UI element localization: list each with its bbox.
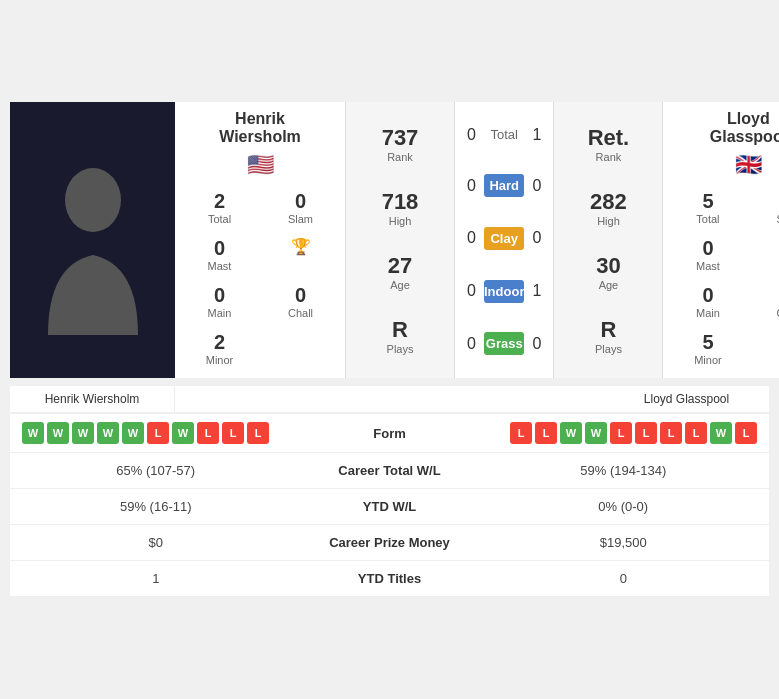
main-container: Henrik Wiersholm 🇺🇸 2 Total 0 Slam 0 Mas…	[0, 92, 779, 607]
stats-row-left-0: 65% (107-57)	[22, 463, 290, 478]
stats-row-left-3: 1	[22, 571, 290, 586]
stats-rows-container: 65% (107-57) Career Total W/L 59% (194-1…	[10, 453, 769, 597]
right-player-name-bottom: Lloyd Glasspool	[604, 386, 769, 412]
left-stat-slam: 0 Slam	[264, 186, 337, 229]
form-badge-left: W	[22, 422, 44, 444]
stats-row: 1 YTD Titles 0	[10, 561, 769, 597]
form-label: Form	[320, 426, 460, 441]
form-left: WWWWWLWLLL	[22, 422, 320, 444]
right-plays-item: R Plays	[595, 317, 622, 355]
form-badge-right: L	[660, 422, 682, 444]
form-badge-left: L	[222, 422, 244, 444]
stats-row-center-0: Career Total W/L	[290, 463, 490, 478]
stats-row-right-3: 0	[490, 571, 758, 586]
left-player-name-header: Henrik Wiersholm	[183, 110, 337, 146]
right-high-item: 282 High	[590, 189, 627, 227]
indoor-row: 0 Indoor 1	[459, 280, 549, 303]
left-high-item: 718 High	[382, 189, 419, 227]
indoor-surface-btn: Indoor	[484, 280, 524, 303]
form-badge-left: W	[122, 422, 144, 444]
stats-row: 65% (107-57) Career Total W/L 59% (194-1…	[10, 453, 769, 489]
stats-row: 59% (16-11) YTD W/L 0% (0-0)	[10, 489, 769, 525]
left-trophy-icon: 🏆	[264, 233, 337, 276]
right-flag-row: 🇬🇧	[671, 152, 779, 178]
right-rank-item: Ret. Rank	[588, 125, 630, 163]
right-player-name-header: Lloyd Glasspool	[671, 110, 779, 146]
left-player-name-bottom: Henrik Wiersholm	[10, 386, 175, 412]
form-badge-left: L	[197, 422, 219, 444]
form-right: LLWWLLLLWL	[460, 422, 758, 444]
form-badge-left: L	[247, 422, 269, 444]
stats-row-center-2: Career Prize Money	[290, 535, 490, 550]
left-rank-item: 737 Rank	[382, 125, 419, 163]
form-badge-left: W	[172, 422, 194, 444]
form-badge-left: L	[147, 422, 169, 444]
left-rank-stats: 737 Rank 718 High 27 Age R Plays	[345, 102, 455, 378]
grass-row: 0 Grass 0	[459, 332, 549, 355]
right-trophy-icon: 🏆	[752, 233, 779, 276]
left-stat-chall: 0 Chall	[264, 280, 337, 323]
right-stat-total: 5 Total	[671, 186, 744, 229]
player-names-row: Henrik Wiersholm Lloyd Glasspool	[10, 386, 769, 412]
stats-row-center-1: YTD W/L	[290, 499, 490, 514]
right-rank-stats: Ret. Rank 282 High 30 Age R Plays	[553, 102, 663, 378]
form-badge-right: L	[685, 422, 707, 444]
form-badge-left: W	[47, 422, 69, 444]
stats-row: $0 Career Prize Money $19,500	[10, 525, 769, 561]
right-stat-chall: 0 Chall	[752, 280, 779, 323]
form-badge-left: W	[72, 422, 94, 444]
left-stat-minor: 2 Minor	[183, 327, 256, 370]
form-badge-right: W	[585, 422, 607, 444]
total-row: 0 Total 1	[459, 126, 549, 144]
stats-row-right-1: 0% (0-0)	[490, 499, 758, 514]
form-badge-right: W	[710, 422, 732, 444]
form-badge-right: L	[735, 422, 757, 444]
right-stat-mast: 0 Mast	[671, 233, 744, 276]
right-player-info: Lloyd Glasspool 🇬🇧 5 Total 0 Slam 0 Mast	[663, 102, 779, 378]
left-player-photo	[10, 102, 175, 378]
form-badge-right: L	[510, 422, 532, 444]
left-plays-item: R Plays	[387, 317, 414, 355]
right-stat-minor: 5 Minor	[671, 327, 744, 370]
form-row: WWWWWLWLLL Form LLWWLLLLWL	[10, 414, 769, 453]
right-stat-main: 0 Main	[671, 280, 744, 323]
form-badge-right: L	[610, 422, 632, 444]
form-badge-right: L	[535, 422, 557, 444]
hard-row: 0 Hard 0	[459, 174, 549, 197]
stats-row-left-2: $0	[22, 535, 290, 550]
left-stats-grid: 2 Total 0 Slam 0 Mast 🏆 0 Main	[183, 186, 337, 370]
form-badge-right: W	[560, 422, 582, 444]
stats-row-center-3: YTD Titles	[290, 571, 490, 586]
stats-row-right-2: $19,500	[490, 535, 758, 550]
form-badge-right: L	[635, 422, 657, 444]
hard-surface-btn: Hard	[484, 174, 524, 197]
left-flag: 🇺🇸	[247, 152, 274, 178]
form-badge-left: W	[97, 422, 119, 444]
left-stat-mast: 0 Mast	[183, 233, 256, 276]
right-stats-grid: 5 Total 0 Slam 0 Mast 🏆 0 Main	[671, 186, 779, 370]
stats-row-left-1: 59% (16-11)	[22, 499, 290, 514]
right-flag: 🇬🇧	[735, 152, 762, 178]
left-player-info: Henrik Wiersholm 🇺🇸 2 Total 0 Slam 0 Mas…	[175, 102, 345, 378]
right-age-item: 30 Age	[596, 253, 620, 291]
clay-surface-btn: Clay	[484, 227, 524, 250]
right-stat-slam: 0 Slam	[752, 186, 779, 229]
left-stat-main: 0 Main	[183, 280, 256, 323]
left-flag-row: 🇺🇸	[183, 152, 337, 178]
svg-point-1	[65, 168, 121, 232]
middle-section: 0 Total 1 0 Hard 0 0 Clay 0 0 Indoor 1 0	[455, 102, 553, 378]
grass-surface-btn: Grass	[484, 332, 524, 355]
bottom-section: WWWWWLWLLL Form LLWWLLLLWL 65% (107-57) …	[10, 414, 769, 597]
stats-row-right-0: 59% (194-134)	[490, 463, 758, 478]
top-section: Henrik Wiersholm 🇺🇸 2 Total 0 Slam 0 Mas…	[10, 102, 769, 378]
clay-row: 0 Clay 0	[459, 227, 549, 250]
left-age-item: 27 Age	[388, 253, 412, 291]
left-stat-total: 2 Total	[183, 186, 256, 229]
